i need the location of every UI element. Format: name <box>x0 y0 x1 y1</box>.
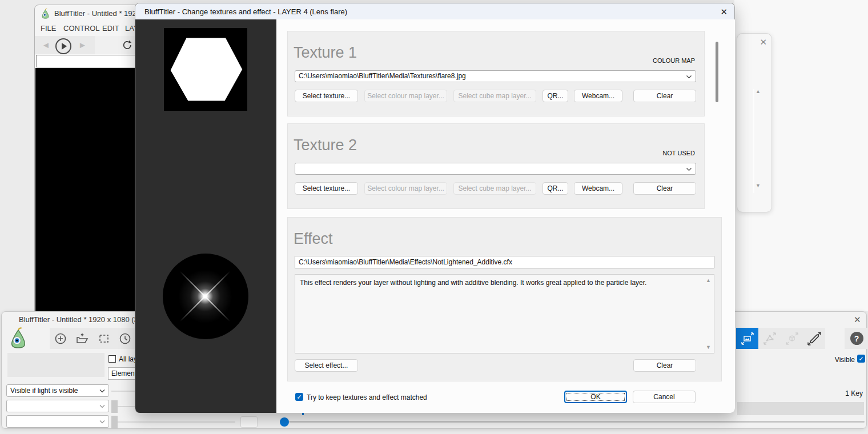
scroll-up-icon[interactable] <box>706 278 711 283</box>
main-window-title: BluffTitler - Untitled * 1920 x <box>54 9 146 18</box>
blufftitler-logo-icon <box>41 9 50 19</box>
slider-handle[interactable] <box>111 416 118 428</box>
texture1-path-combobox[interactable]: C:\Users\miaomiao\BluffTitler\Media\Text… <box>295 70 696 82</box>
texture1-header: Texture 1 <box>294 44 357 62</box>
ok-button[interactable]: OK <box>564 391 627 403</box>
texture1-mode-label: COLOUR MAP <box>653 57 695 64</box>
qr-button[interactable]: QR... <box>542 182 568 195</box>
next-icon[interactable]: ► <box>78 40 87 50</box>
select-effect-button[interactable]: Select effect... <box>295 359 358 372</box>
visible-checkbox[interactable] <box>857 355 865 363</box>
timeline-handle[interactable] <box>280 417 289 427</box>
texture1-path-value: C:\Users\miaomiao\BluffTitler\Media\Text… <box>299 72 466 80</box>
effect-path-input[interactable]: C:\Users\miaomiao\BluffTitler\Media\Effe… <box>295 256 714 268</box>
dialog-title: BluffTitler - Change textures and effect… <box>144 7 347 16</box>
play-icon <box>62 43 67 50</box>
visibility-dropdown[interactable]: Visible if light is visible <box>6 384 109 397</box>
chevron-down-icon <box>686 75 692 79</box>
all-layers-checkbox[interactable] <box>108 355 116 363</box>
effect-section: Effect C:\Users\miaomiao\BluffTitler\Med… <box>287 217 722 381</box>
effect-description: This effect renders your layer without l… <box>300 279 700 287</box>
keep-matched-checkbox[interactable] <box>295 393 303 401</box>
resize-selection-icon[interactable] <box>98 332 110 345</box>
visible-label: Visible <box>803 356 855 364</box>
scale-mesh-button[interactable] <box>758 328 781 349</box>
value-box[interactable] <box>240 416 258 428</box>
menu-edit[interactable]: EDIT <box>102 24 119 33</box>
layer-toolbar <box>50 328 135 349</box>
texture2-path-combobox[interactable] <box>295 163 696 175</box>
refresh-icon[interactable] <box>122 39 133 51</box>
scroll-down-icon[interactable] <box>706 344 711 350</box>
select-colour-map-layer-button: Select colour map layer... <box>364 182 447 195</box>
clear-effect-button[interactable]: Clear <box>633 359 696 372</box>
chevron-down-icon <box>99 404 105 408</box>
scale-ruler-button[interactable] <box>803 328 825 349</box>
clear-texture-button[interactable]: Clear <box>633 182 696 195</box>
close-icon[interactable] <box>720 7 728 17</box>
select-cube-map-layer-button: Select cube map layer... <box>453 182 536 195</box>
dialog-content: Texture 1 COLOUR MAP C:\Users\miaomiao\B… <box>276 19 735 413</box>
texture-preview-panel <box>135 19 276 413</box>
hexagon-shape <box>164 28 247 111</box>
qr-button[interactable]: QR... <box>542 90 568 102</box>
previous-icon[interactable]: ◄ <box>42 40 50 50</box>
open-media-icon[interactable] <box>75 332 89 345</box>
question-mark-icon <box>850 332 863 345</box>
chevron-down-icon <box>99 420 105 424</box>
scale-ruler-icon <box>807 331 822 346</box>
scroll-up-icon[interactable] <box>756 89 761 94</box>
visibility-dropdown-value: Visible if light is visible <box>10 387 78 395</box>
slider-handle[interactable] <box>111 400 118 413</box>
scale-texture-button[interactable] <box>736 328 758 349</box>
dialog-scrollbar-thumb[interactable] <box>716 42 718 102</box>
effect-description-box: This effect renders your layer without l… <box>295 274 714 353</box>
webcam-button[interactable]: Webcam... <box>574 182 622 195</box>
dropdown-empty-1[interactable] <box>6 400 109 412</box>
change-textures-dialog: BluffTitler - Change textures and effect… <box>135 3 735 413</box>
add-layer-icon[interactable] <box>54 332 67 345</box>
layers-window-title: BluffTitler - Untitled * 1920 x 1080 (39… <box>19 315 149 324</box>
keep-matched-label: Try to keep textures and effect matched <box>307 393 427 401</box>
layer-preview-box <box>7 353 105 377</box>
texture1-section: Texture 1 COLOUR MAP C:\Users\miaomiao\B… <box>287 31 705 116</box>
cancel-button[interactable]: Cancel <box>633 391 696 403</box>
chevron-down-icon <box>686 167 692 171</box>
scale-cube-button[interactable] <box>781 328 803 349</box>
scale-mesh-icon <box>762 331 777 346</box>
chevron-down-icon <box>99 389 105 393</box>
texture2-header: Texture 2 <box>294 136 357 154</box>
select-cube-map-layer-button: Select cube map layer... <box>453 90 536 102</box>
texture2-mode-label: NOT USED <box>662 150 695 156</box>
effect-header: Effect <box>294 230 333 248</box>
timeline-track[interactable] <box>289 421 865 423</box>
side-panel <box>737 33 772 212</box>
blufftitler-mascot-icon <box>9 327 28 349</box>
clear-texture-button[interactable]: Clear <box>633 90 696 102</box>
select-texture-button[interactable]: Select texture... <box>295 90 358 102</box>
help-button[interactable] <box>845 328 868 349</box>
menu-control[interactable]: CONTROL <box>63 24 100 33</box>
play-button[interactable] <box>55 38 71 54</box>
scroll-down-icon[interactable] <box>756 183 761 188</box>
select-colour-map-layer-button: Select colour map layer... <box>364 90 447 102</box>
keyframe-bar[interactable] <box>737 402 864 415</box>
effect-preview <box>163 254 248 339</box>
key-count-label: 1 Key <box>806 389 863 397</box>
webcam-button[interactable]: Webcam... <box>574 90 622 102</box>
clock-icon[interactable] <box>119 332 131 345</box>
menu-file[interactable]: FILE <box>41 24 56 33</box>
transform-toolbar <box>736 328 825 349</box>
dropdown-empty-2[interactable] <box>6 415 109 428</box>
dialog-titlebar[interactable]: BluffTitler - Change textures and effect… <box>135 3 734 19</box>
scrollbar-track[interactable] <box>753 89 754 193</box>
texture1-preview <box>164 28 247 111</box>
dialog-scrollbar-track[interactable] <box>713 32 713 203</box>
slider-track[interactable] <box>118 421 235 423</box>
close-icon[interactable] <box>854 315 861 325</box>
scale-image-icon <box>740 331 755 346</box>
select-texture-button[interactable]: Select texture... <box>295 182 358 195</box>
texture2-section: Texture 2 NOT USED Select texture... Sel… <box>287 123 705 209</box>
close-icon[interactable] <box>760 37 767 47</box>
scale-cube-icon <box>785 331 799 346</box>
